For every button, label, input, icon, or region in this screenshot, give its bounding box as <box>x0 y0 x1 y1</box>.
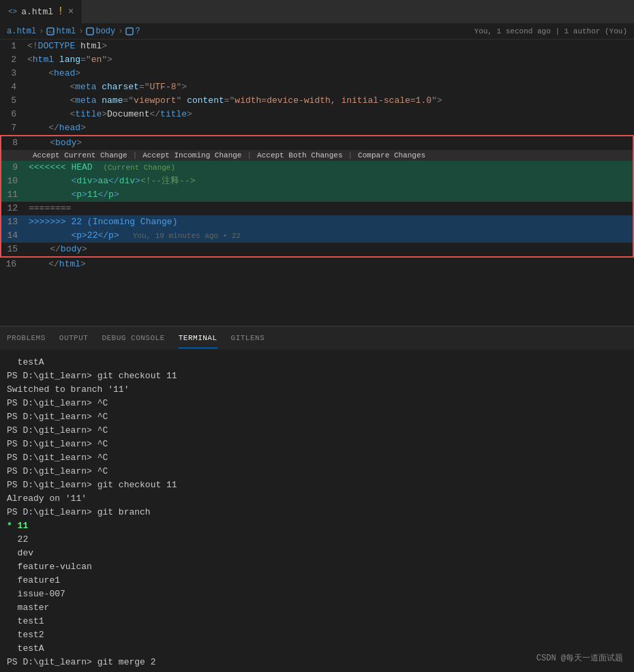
terminal-line: feature1 <box>7 574 627 587</box>
accept-incoming-action[interactable]: Accept Incoming Change <box>142 151 241 159</box>
tab-bar: <> a.html ! × <box>0 0 634 24</box>
breadcrumb-body[interactable]: body <box>86 27 115 36</box>
terminal-line: testA <box>7 642 627 656</box>
terminal-line: test1 <box>7 615 627 628</box>
terminal-line: * 11 <box>7 519 627 533</box>
app-container: <> a.html ! × a.html › </>html › body › … <box>0 0 634 667</box>
terminal-line: Already on '11' <box>7 492 627 506</box>
editor-line-14: 14 <p>22</p>You, 19 minutes ago • 22 <box>1 229 633 243</box>
terminal-line: PS D:\git_learn> ^C <box>7 410 627 424</box>
terminal-line: PS D:\git_learn> git checkout 11 <box>7 369 627 383</box>
terminal-line: PS D:\git_learn> git checkout 11 <box>7 478 627 492</box>
breadcrumb-sep1: › <box>39 27 44 36</box>
terminal-line: PS D:\git_learn> git merge 2 <box>7 656 627 667</box>
tab-debug-console[interactable]: DEBUG CONSOLE <box>102 329 164 348</box>
terminal-line: test2 <box>7 628 627 642</box>
tab-a-html[interactable]: <> a.html ! × <box>0 0 82 23</box>
tab-close-button[interactable]: × <box>68 6 74 17</box>
editor-line-3: 3 <head> <box>0 67 634 80</box>
terminal-line: testA <box>7 356 627 369</box>
accept-both-action[interactable]: Accept Both Changes <box>257 151 342 159</box>
terminal-line: master <box>7 601 627 615</box>
terminal-line: PS D:\git_learn> ^C <box>7 397 627 410</box>
tab-terminal[interactable]: TERMINAL <box>179 329 217 348</box>
editor-line-10: 10 <div>aa</div><!--注释--> <box>1 174 633 188</box>
watermark: CSDN @每天一道面试题 <box>537 652 623 664</box>
tab-filename: a.html <box>21 7 53 17</box>
bottom-panel: PROBLEMS OUTPUT DEBUG CONSOLE TERMINAL G… <box>0 326 634 667</box>
editor-line-15: 15 </body> <box>1 243 633 256</box>
editor-line-5: 5 <meta name="viewport" content="width=d… <box>0 94 634 108</box>
editor-line-9: 9 <<<<<<< HEAD (Current Change) <box>1 161 633 174</box>
terminal-line: PS D:\git_learn> ^C <box>7 451 627 465</box>
tab-output[interactable]: OUTPUT <box>59 329 89 348</box>
editor-line-16: 16 </html> <box>0 258 634 271</box>
tab-problems[interactable]: PROBLEMS <box>7 329 46 348</box>
breadcrumb-question[interactable]: ? <box>125 27 140 36</box>
svg-text:</>: </> <box>48 29 55 35</box>
breadcrumb: a.html › </>html › body › ? You, 1 secon… <box>0 24 634 40</box>
breadcrumb-sep3: › <box>118 27 123 36</box>
editor-line-12: 12 ======== <box>1 202 633 215</box>
panel-tab-bar: PROBLEMS OUTPUT DEBUG CONSOLE TERMINAL G… <box>0 326 634 350</box>
terminal-line: dev <box>7 547 627 560</box>
terminal-line: feature-vulcan <box>7 560 627 574</box>
breadcrumb-sep2: › <box>78 27 83 36</box>
tab-modified-dot: ! <box>57 6 64 17</box>
terminal[interactable]: testA PS D:\git_learn> git checkout 11 S… <box>0 350 634 667</box>
editor-line-8: 8 <body> <box>1 136 633 150</box>
terminal-line: PS D:\git_learn> ^C <box>7 465 627 478</box>
terminal-line: PS D:\git_learn> git branch <box>7 506 627 519</box>
editor-line-13: 13 >>>>>>> 22 (Incoming Change) <box>1 215 633 229</box>
terminal-line: 22 <box>7 533 627 547</box>
editor-line-1: 1 <!DOCTYPE html> <box>0 40 634 53</box>
tab-gitlens[interactable]: GITLENS <box>231 329 265 348</box>
editor-line-6: 6 <title>Document</title> <box>0 108 634 121</box>
terminal-line: PS D:\git_learn> ^C <box>7 424 627 438</box>
breadcrumb-html[interactable]: </>html <box>46 27 76 36</box>
svg-rect-2 <box>87 28 93 35</box>
editor-line-7: 7 </head> <box>0 121 634 135</box>
terminal-line: PS D:\git_learn> ^C <box>7 438 627 451</box>
breadcrumb-meta: You, 1 second ago | 1 author (You) <box>474 27 627 35</box>
merge-action-bar: Accept Current Change | Accept Incoming … <box>1 150 633 161</box>
editor: 1 <!DOCTYPE html> 2 <html lang="en"> 3 <… <box>0 40 634 326</box>
conflict-region: 8 <body> Accept Current Change | Accept … <box>0 135 634 258</box>
editor-line-4: 4 <meta charset="UTF-8"> <box>0 80 634 94</box>
svg-rect-3 <box>126 28 133 35</box>
accept-current-action[interactable]: Accept Current Change <box>33 151 127 159</box>
terminal-line: issue-007 <box>7 587 627 601</box>
compare-changes-action[interactable]: Compare Changes <box>358 151 425 159</box>
editor-line-2: 2 <html lang="en"> <box>0 53 634 67</box>
terminal-line: Switched to branch '11' <box>7 383 627 397</box>
breadcrumb-file[interactable]: a.html <box>7 27 36 36</box>
editor-line-11: 11 <p>11</p> <box>1 188 633 202</box>
tab-file-icon: <> <box>8 7 17 16</box>
